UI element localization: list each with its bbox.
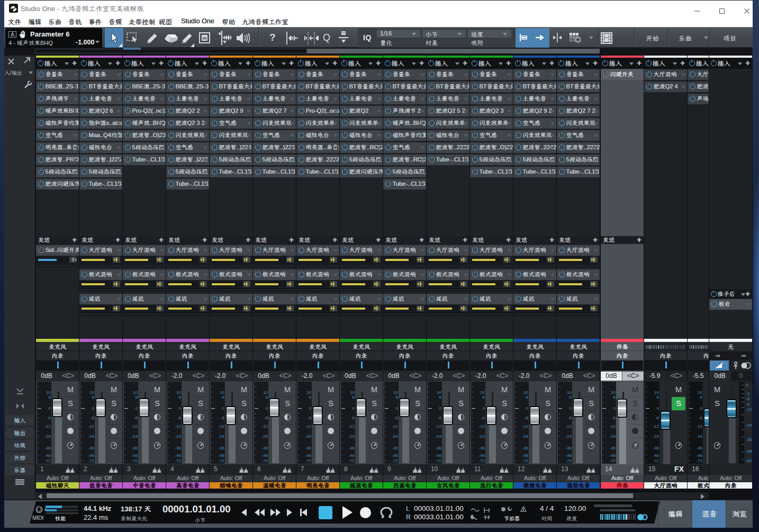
svg-text:10: 10 xyxy=(523,390,528,395)
svg-text:-12: -12 xyxy=(609,424,616,429)
svg-text:-48: -48 xyxy=(435,453,441,458)
svg-text:-48: -48 xyxy=(305,453,311,458)
svg-text:-72: -72 xyxy=(175,458,181,463)
svg-text:0: 0 xyxy=(135,406,138,411)
svg-text:-6: -6 xyxy=(525,416,529,420)
svg-text:0: 0 xyxy=(92,406,95,411)
svg-text:-72: -72 xyxy=(696,458,702,463)
svg-text:0: 0 xyxy=(613,406,616,411)
svg-text:10: 10 xyxy=(263,390,268,395)
svg-text:6: 6 xyxy=(396,395,399,400)
svg-text:-48: -48 xyxy=(609,453,616,458)
svg-text:-6: -6 xyxy=(308,416,312,420)
svg-text:-36: -36 xyxy=(305,446,311,450)
svg-text:-48: -48 xyxy=(348,453,355,458)
svg-text:-48: -48 xyxy=(88,453,94,458)
svg-text:-48: -48 xyxy=(653,453,659,458)
svg-text:-6: -6 xyxy=(47,416,51,420)
svg-text:-36: -36 xyxy=(609,446,616,450)
svg-text:0: 0 xyxy=(266,406,268,411)
svg-text:-36: -36 xyxy=(348,446,355,450)
svg-text:-72: -72 xyxy=(392,458,398,463)
svg-text:-6: -6 xyxy=(177,416,182,420)
svg-text:-72: -72 xyxy=(44,458,51,463)
svg-text:-72: -72 xyxy=(218,458,224,463)
svg-text:-24: -24 xyxy=(696,434,702,439)
svg-text:-12: -12 xyxy=(305,424,311,429)
svg-text:-12: -12 xyxy=(261,424,268,429)
svg-text:-6: -6 xyxy=(134,416,138,420)
svg-text:-24: -24 xyxy=(131,434,138,439)
svg-text:-6: -6 xyxy=(655,416,659,420)
svg-text:6: 6 xyxy=(526,395,529,400)
svg-text:0: 0 xyxy=(179,406,182,411)
svg-text:-24: -24 xyxy=(435,434,441,439)
svg-text:10: 10 xyxy=(176,390,181,395)
svg-text:-24: -24 xyxy=(218,434,224,439)
svg-text:-36: -36 xyxy=(746,437,752,442)
svg-text:-36: -36 xyxy=(478,446,485,450)
svg-text:-36: -36 xyxy=(565,446,572,450)
svg-text:-12: -12 xyxy=(653,424,659,429)
svg-text:-72: -72 xyxy=(131,458,138,463)
svg-text:-6: -6 xyxy=(351,416,355,420)
svg-text:6: 6 xyxy=(179,395,182,400)
svg-text:-6: -6 xyxy=(481,416,485,420)
svg-text:0: 0 xyxy=(309,406,312,411)
svg-text:6: 6 xyxy=(49,395,51,400)
svg-text:-12: -12 xyxy=(175,424,181,429)
svg-text:-24: -24 xyxy=(44,434,51,439)
svg-text:-12: -12 xyxy=(746,407,752,412)
svg-text:-72: -72 xyxy=(522,458,528,463)
svg-text:-12: -12 xyxy=(348,424,355,429)
svg-text:-12: -12 xyxy=(88,424,94,429)
svg-text:6: 6 xyxy=(700,395,703,400)
svg-text:6: 6 xyxy=(613,395,616,400)
svg-text:0: 0 xyxy=(526,406,529,411)
svg-text:10: 10 xyxy=(393,390,398,395)
svg-text:-36: -36 xyxy=(435,446,441,450)
svg-text:-12: -12 xyxy=(44,424,51,429)
svg-text:-24: -24 xyxy=(392,434,398,439)
svg-text:-12: -12 xyxy=(696,424,702,429)
svg-text:-6: -6 xyxy=(438,416,442,420)
svg-text:-36: -36 xyxy=(522,446,528,450)
svg-text:-36: -36 xyxy=(88,446,94,450)
svg-text:-36: -36 xyxy=(175,446,181,450)
svg-text:-24: -24 xyxy=(175,434,181,439)
svg-text:-48: -48 xyxy=(478,453,485,458)
svg-text:0: 0 xyxy=(353,406,355,411)
svg-text:-12: -12 xyxy=(522,424,528,429)
svg-text:-72: -72 xyxy=(348,458,355,463)
svg-text:10: 10 xyxy=(220,390,224,395)
svg-text:-6: -6 xyxy=(568,416,572,420)
svg-text:-24: -24 xyxy=(522,434,528,439)
svg-text:-24: -24 xyxy=(653,434,659,439)
svg-text:6: 6 xyxy=(222,395,225,400)
svg-text:-72: -72 xyxy=(478,458,485,463)
svg-text:-36: -36 xyxy=(653,446,659,450)
svg-text:10: 10 xyxy=(46,390,51,395)
svg-text:-48: -48 xyxy=(696,453,702,458)
svg-text:-48: -48 xyxy=(131,453,138,458)
svg-text:-24: -24 xyxy=(609,434,616,439)
svg-text:m: m xyxy=(202,35,206,41)
svg-text:6: 6 xyxy=(353,395,355,400)
svg-text:6: 6 xyxy=(92,395,95,400)
svg-text:6: 6 xyxy=(439,395,442,400)
svg-text:0: 0 xyxy=(570,406,572,411)
svg-text:-48: -48 xyxy=(522,453,528,458)
svg-text:6: 6 xyxy=(266,395,268,400)
svg-text:-12: -12 xyxy=(392,424,398,429)
svg-text:0: 0 xyxy=(746,383,748,387)
svg-text:-36: -36 xyxy=(696,446,702,450)
svg-text:-48: -48 xyxy=(746,449,752,454)
svg-text:-72: -72 xyxy=(565,458,572,463)
svg-text:0: 0 xyxy=(49,406,51,411)
svg-text:10: 10 xyxy=(437,390,441,395)
svg-text:0: 0 xyxy=(396,406,399,411)
svg-text:0: 0 xyxy=(222,406,225,411)
svg-text:-24: -24 xyxy=(88,434,94,439)
svg-text:10: 10 xyxy=(133,390,138,395)
svg-text:10: 10 xyxy=(89,390,94,395)
